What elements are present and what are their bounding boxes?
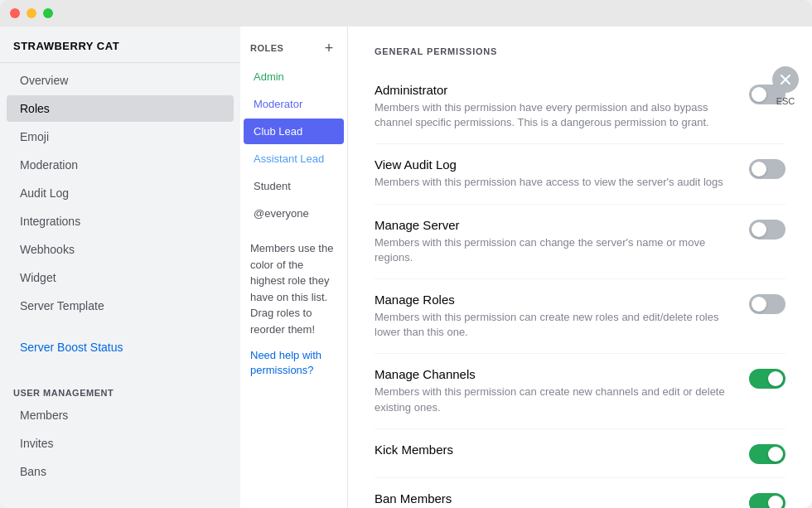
permission-desc-view-audit-log: Members with this permission have access… xyxy=(375,175,729,190)
nav-widget[interactable]: Widget xyxy=(7,264,234,291)
toggle-manage-server[interactable] xyxy=(749,220,785,239)
toggle-thumb-kick-members xyxy=(768,447,783,462)
permission-info-manage-channels: Manage Channels Members with this permis… xyxy=(375,367,749,414)
roles-hint-text: Members use the color of the highest rol… xyxy=(250,240,337,337)
toggle-track-ban-members xyxy=(749,493,785,508)
toggle-thumb-manage-roles xyxy=(752,297,766,312)
main-content-area: StrAwberry CAT Overview Roles Emoji Mode… xyxy=(0,27,812,508)
esc-container: ESC xyxy=(772,66,799,106)
close-button[interactable] xyxy=(10,8,20,18)
permission-desc-manage-channels: Members with this permission can create … xyxy=(375,385,729,414)
toggle-manage-channels[interactable] xyxy=(749,369,785,389)
toggle-track-manage-channels xyxy=(749,369,785,389)
toggle-thumb-manage-server xyxy=(752,222,766,237)
role-item-student[interactable]: Student xyxy=(244,173,344,199)
roles-header-label: Roles xyxy=(250,43,283,53)
maximize-button[interactable] xyxy=(43,8,53,18)
permission-name-manage-roles: Manage Roles xyxy=(375,293,729,307)
nav-server-boost[interactable]: Server Boost Status xyxy=(7,334,234,360)
role-item-club-lead[interactable]: Club Lead xyxy=(244,119,344,144)
titlebar xyxy=(0,0,812,27)
toggle-track-kick-members xyxy=(749,444,785,464)
left-sidebar: StrAwberry CAT Overview Roles Emoji Mode… xyxy=(0,27,240,508)
toggle-thumb-ban-members xyxy=(768,496,783,508)
nav-overview[interactable]: Overview xyxy=(7,67,234,94)
roles-sidebar: Roles + Admin Moderator Club Lead Assist… xyxy=(240,27,348,508)
nav-delete-server[interactable]: Delete Server xyxy=(7,500,234,508)
permission-view-audit-log: View Audit Log Members with this permiss… xyxy=(375,144,785,204)
section-title: General Permissions xyxy=(375,46,785,56)
toggle-thumb-administrator xyxy=(752,87,766,102)
permission-name-ban-members: Ban Members xyxy=(375,491,729,506)
role-item-everyone[interactable]: @everyone xyxy=(244,201,344,226)
nav-moderation[interactable]: Moderation xyxy=(7,152,234,178)
app-window: StrAwberry CAT Overview Roles Emoji Mode… xyxy=(0,0,812,508)
permission-name-administrator: Administrator xyxy=(375,83,729,97)
nav-server-template[interactable]: Server Template xyxy=(7,293,234,319)
toggle-manage-roles[interactable] xyxy=(749,294,785,314)
role-item-admin[interactable]: Admin xyxy=(244,64,344,90)
nav-roles[interactable]: Roles xyxy=(7,95,234,122)
toggle-track-manage-roles xyxy=(749,294,785,314)
nav-invites[interactable]: Invites xyxy=(7,430,234,457)
user-management-label: User Management xyxy=(0,375,240,401)
permission-manage-channels: Manage Channels Members with this permis… xyxy=(375,354,785,428)
permission-info-administrator: Administrator Members with this permissi… xyxy=(375,83,749,130)
permission-name-manage-server: Manage Server xyxy=(375,218,729,232)
permission-name-manage-channels: Manage Channels xyxy=(375,367,729,381)
role-item-assistant-lead[interactable]: Assistant Lead xyxy=(244,146,344,172)
nav-members[interactable]: Members xyxy=(7,402,234,428)
toggle-track-view-audit-log xyxy=(749,159,785,179)
toggle-thumb-manage-channels xyxy=(768,371,783,386)
roles-header: Roles + xyxy=(240,27,347,63)
permission-desc-manage-server: Members with this permission can change … xyxy=(375,235,729,265)
nav-emoji[interactable]: Emoji xyxy=(7,123,234,150)
esc-label: ESC xyxy=(776,96,795,106)
permission-info-manage-server: Manage Server Members with this permissi… xyxy=(375,218,749,265)
permission-info-manage-roles: Manage Roles Members with this permissio… xyxy=(375,293,749,340)
nav-audit-log[interactable]: Audit Log xyxy=(7,180,234,206)
toggle-ban-members[interactable] xyxy=(749,493,785,508)
permission-info-kick-members: Kick Members xyxy=(375,443,749,460)
toggle-view-audit-log[interactable] xyxy=(749,159,785,179)
permission-administrator: Administrator Members with this permissi… xyxy=(375,70,785,144)
permission-info-ban-members: Ban Members xyxy=(375,491,749,508)
toggle-track-manage-server xyxy=(749,220,785,239)
permissions-help-link[interactable]: Need help with permissions? xyxy=(250,349,321,376)
nav-bans[interactable]: Bans xyxy=(7,458,234,485)
nav-integrations[interactable]: Integrations xyxy=(7,208,234,235)
role-item-moderator[interactable]: Moderator xyxy=(244,91,344,117)
server-name: StrAwberry CAT xyxy=(0,40,240,63)
roles-hint: Members use the color of the highest rol… xyxy=(240,227,347,390)
add-role-button[interactable]: + xyxy=(321,40,337,56)
permission-desc-administrator: Members with this permission have every … xyxy=(375,100,729,130)
toggle-thumb-view-audit-log xyxy=(752,162,766,177)
nav-webhooks[interactable]: Webhooks xyxy=(7,236,234,263)
permission-name-kick-members: Kick Members xyxy=(375,443,729,457)
permission-manage-server: Manage Server Members with this permissi… xyxy=(375,205,785,279)
permission-kick-members: Kick Members xyxy=(375,429,785,478)
permission-info-view-audit-log: View Audit Log Members with this permiss… xyxy=(375,157,749,190)
permission-desc-manage-roles: Members with this permission can create … xyxy=(375,310,729,340)
permission-manage-roles: Manage Roles Members with this permissio… xyxy=(375,279,785,354)
permission-name-view-audit-log: View Audit Log xyxy=(375,157,729,172)
minimize-button[interactable] xyxy=(27,8,36,18)
toggle-kick-members[interactable] xyxy=(749,444,785,464)
esc-button[interactable] xyxy=(772,66,799,93)
permissions-panel: General Permissions Administrator Member… xyxy=(348,27,812,508)
permission-ban-members: Ban Members xyxy=(375,478,785,508)
